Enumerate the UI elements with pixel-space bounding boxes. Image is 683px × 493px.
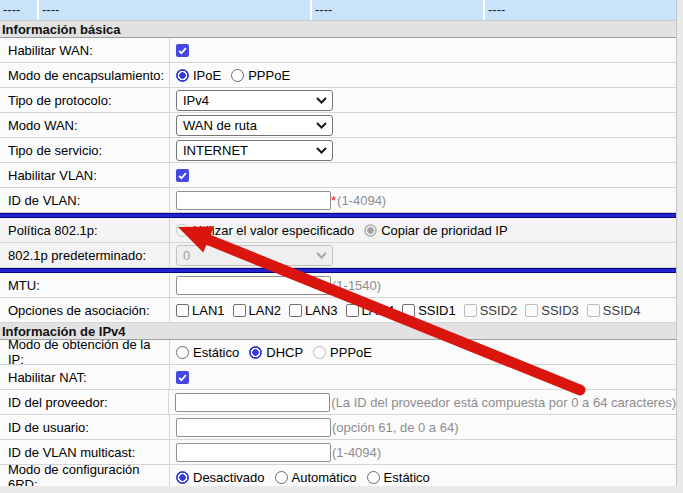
header-cell: ---- <box>39 0 312 20</box>
lan3-checkbox[interactable] <box>289 304 302 317</box>
field-label: ID de VLAN multicast: <box>0 440 170 464</box>
checkbox-label: SSID1 <box>418 303 456 318</box>
field-hint: (La ID del proveedor está compuesta por … <box>331 395 676 410</box>
row-habilitar-wan: Habilitar WAN: <box>0 38 676 63</box>
default-8021p-select: 0 <box>176 245 333 266</box>
6rd-static-radio[interactable] <box>367 471 380 484</box>
table-header-row: ---- ---- ---- ---- <box>0 0 676 21</box>
static-ip-radio[interactable] <box>176 346 189 359</box>
protocol-select[interactable]: IPv4 <box>176 90 333 111</box>
field-label: Modo WAN: <box>0 113 170 137</box>
use-specified-value-radio <box>176 224 189 237</box>
field-label: Opciones de asociación: <box>0 298 170 322</box>
checkmark-icon <box>177 170 188 181</box>
row-habilitar-vlan: Habilitar VLAN: <box>0 163 676 188</box>
header-cell: ---- <box>485 0 676 20</box>
row-modo-encapsulamiento: Modo de encapsulamiento: IPoE PPPoE <box>0 63 676 88</box>
checkmark-icon <box>177 45 188 56</box>
checkmark-icon <box>177 372 188 383</box>
ipoe-radio[interactable] <box>176 69 189 82</box>
ssid1-checkbox[interactable] <box>402 304 415 317</box>
row-modo-wan: Modo WAN: WAN de ruta <box>0 113 676 138</box>
checkbox-label: SSID4 <box>603 303 641 318</box>
field-hint: (1-4094) <box>337 193 386 208</box>
ssid2-checkbox <box>464 304 477 317</box>
wan-settings-table: ---- ---- ---- ---- Información básica H… <box>0 0 677 490</box>
field-label: ID de usuario: <box>0 415 170 439</box>
radio-label: Desactivado <box>193 470 265 485</box>
service-type-select[interactable]: INTERNET <box>176 140 333 161</box>
field-label: ID de VLAN: <box>0 188 170 212</box>
provider-id-input[interactable] <box>175 393 330 412</box>
row-opciones-asociacion: Opciones de asociación: LAN1 LAN2 LAN3 L… <box>0 298 676 323</box>
radio-label: DHCP <box>266 345 303 360</box>
field-label: Habilitar VLAN: <box>0 163 170 187</box>
radio-label: PPPoE <box>248 68 290 83</box>
wan-mode-select[interactable]: WAN de ruta <box>176 115 333 136</box>
nat-enable-checkbox[interactable] <box>176 371 189 384</box>
checkbox-label: SSID3 <box>541 303 579 318</box>
radio-label: Estático <box>384 470 430 485</box>
lan2-checkbox[interactable] <box>233 304 246 317</box>
vlan-enable-checkbox[interactable] <box>176 169 189 182</box>
row-id-vlan: ID de VLAN: *(1-4094) <box>0 188 676 213</box>
select-value: INTERNET <box>183 143 248 158</box>
field-label: 802.1p predeterminado: <box>0 243 170 267</box>
lan1-checkbox[interactable] <box>176 304 189 317</box>
required-asterisk: * <box>331 193 336 208</box>
row-id-usuario: ID de usuario: (opción 61, de 0 a 64) <box>0 415 676 440</box>
chevron-down-icon <box>316 147 327 154</box>
field-hint: (1-4094) <box>332 445 381 460</box>
row-tipo-protocolo: Tipo de protocolo: IPv4 <box>0 88 676 113</box>
checkbox-label: LAN1 <box>192 303 225 318</box>
field-label: Modo de encapsulamiento: <box>0 63 170 87</box>
user-id-input[interactable] <box>176 418 331 437</box>
copy-ip-priority-radio <box>364 224 377 237</box>
row-id-proveedor: ID del proveedor: (La ID del proveedor e… <box>0 390 676 415</box>
header-cell: ---- <box>312 0 485 20</box>
wan-enable-checkbox[interactable] <box>176 44 189 57</box>
radio-label: Automático <box>292 470 357 485</box>
select-value: IPv4 <box>183 93 209 108</box>
field-label: Modo de obtención de la IP: <box>0 340 170 364</box>
row-modo-obtencion-ip: Modo de obtención de la IP: Estático DHC… <box>0 340 676 365</box>
field-label: Habilitar WAN: <box>0 38 170 62</box>
radio-label: Estático <box>193 345 239 360</box>
field-label: ID del proveedor: <box>0 390 169 414</box>
row-mtu: MTU: (1-1540) <box>0 273 676 298</box>
radio-label: PPPoE <box>330 345 372 360</box>
ssid4-checkbox <box>587 304 600 317</box>
chevron-down-icon <box>316 122 327 129</box>
pppoe-radio[interactable] <box>231 69 244 82</box>
multicast-vlan-id-input[interactable] <box>176 443 331 462</box>
field-label: MTU: <box>0 273 170 297</box>
dhcp-radio[interactable] <box>249 346 262 359</box>
pppoe-ip-radio <box>313 346 326 359</box>
lan4-checkbox[interactable] <box>346 304 359 317</box>
checkbox-label: LAN2 <box>249 303 282 318</box>
row-politica-8021p: Política 802.1p: Utilizar el valor espec… <box>0 218 676 243</box>
checkbox-label: SSID2 <box>480 303 518 318</box>
chevron-down-icon <box>316 97 327 104</box>
select-value: WAN de ruta <box>183 118 257 133</box>
field-label: Tipo de protocolo: <box>0 88 170 112</box>
6rd-automatic-radio[interactable] <box>275 471 288 484</box>
6rd-disabled-radio[interactable] <box>176 471 189 484</box>
checkbox-label: LAN4 <box>362 303 395 318</box>
chevron-down-icon <box>316 252 327 259</box>
row-habilitar-nat: Habilitar NAT: <box>0 365 676 390</box>
row-8021p-predeterminado: 802.1p predeterminado: 0 <box>0 243 676 268</box>
field-label: Habilitar NAT: <box>0 365 170 389</box>
checkbox-label: LAN3 <box>305 303 338 318</box>
page-background <box>0 486 683 493</box>
field-hint: (1-1540) <box>332 278 381 293</box>
radio-label: IPoE <box>193 68 221 83</box>
radio-label: Utilizar el valor especificado <box>193 223 354 238</box>
radio-label: Copiar de prioridad IP <box>381 223 507 238</box>
select-value: 0 <box>183 248 190 263</box>
mtu-input[interactable] <box>176 276 331 295</box>
ssid3-checkbox <box>525 304 538 317</box>
vlan-id-input[interactable] <box>176 191 331 210</box>
field-label: Política 802.1p: <box>0 218 170 242</box>
row-tipo-servicio: Tipo de servicio: INTERNET <box>0 138 676 163</box>
